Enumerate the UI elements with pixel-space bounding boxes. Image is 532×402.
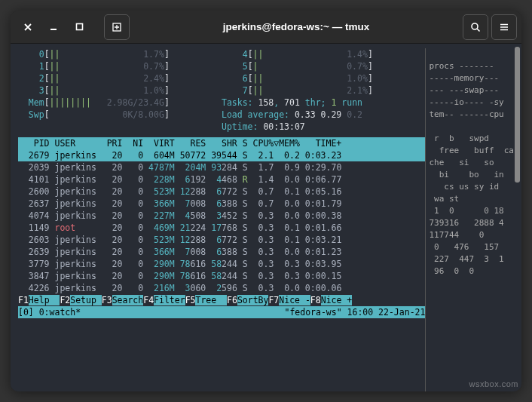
swap-meter: Swp[ 0K/8.00G]	[18, 109, 222, 121]
fkey-label: F2	[60, 295, 70, 305]
fkey-label: F5	[185, 295, 196, 305]
hamburger-icon	[499, 22, 509, 32]
cpu-meter: 5[| 0.7%]	[222, 60, 425, 72]
fkey-action[interactable]: Tree	[195, 295, 227, 305]
window-title: jperkins@fedora-ws:~ — tmux	[130, 21, 463, 32]
tmux-clock: "fedora-ws" 16:00 22-Jan-21	[284, 306, 425, 318]
proc-row[interactable]: 4101 jperkins 20 0 228M 6192 4468 R 1.4 …	[18, 173, 425, 186]
proc-table: 2679 jperkins 20 0 604M 50772 39544 S 2.…	[18, 149, 425, 294]
proc-row[interactable]: 2679 jperkins 20 0 604M 50772 39544 S 2.…	[18, 149, 425, 161]
cpu-meters: 0[|| 1.7%] 1[|| 0.7%] 2[|| 2.4%] 3[|| 1.…	[18, 48, 425, 97]
tmux-status: [0] 0:watch* "fedora-ws" 16:00 22-Jan-21	[18, 306, 425, 318]
maximize-icon	[75, 23, 84, 31]
fkey-label: F8	[310, 295, 321, 305]
window: jperkins@fedora-ws:~ — tmux 0[|| 1.7%] 1…	[11, 11, 521, 391]
mem-meter: Mem[|||||||| 2.98G/23.4G]	[18, 97, 222, 109]
svg-rect-0	[76, 24, 82, 30]
uptime-line: Uptime: 00:13:07	[222, 121, 425, 133]
fkey-label: F7	[268, 295, 279, 305]
fkey-action[interactable]: Filter	[154, 295, 185, 305]
proc-header[interactable]: PID USER PRI NI VIRT RES SHR S CPU%▽MEM%…	[18, 137, 425, 149]
fkey-label: F1	[18, 295, 29, 305]
fkey-label: F6	[227, 295, 237, 305]
cpu-meter: 7[|| 2.1%]	[222, 84, 425, 97]
proc-row[interactable]: 1149 root 20 0 469M 21224 17768 S 0.3 0.…	[18, 222, 425, 234]
loadavg-line: Load average: 0.33 0.29 0.2	[222, 109, 425, 121]
proc-row[interactable]: 3847 jperkins 20 0 290M 78616 58244 S 0.…	[18, 270, 425, 282]
search-button[interactable]	[463, 14, 488, 40]
cpu-meter: 6[|| 1.0%]	[222, 72, 425, 84]
terminal[interactable]: 0[|| 1.7%] 1[|| 0.7%] 2[|| 2.4%] 3[|| 1.…	[11, 44, 521, 391]
close-icon	[23, 23, 32, 32]
fkey-action[interactable]: Setup	[70, 295, 102, 305]
tasks-line: Tasks: 158, 701 thr; 1 runn	[222, 97, 425, 109]
fkey-action[interactable]: Nice -	[279, 295, 310, 305]
minimize-icon	[49, 23, 58, 32]
cpu-meter: 1[|| 0.7%]	[18, 60, 222, 72]
proc-row[interactable]: 4074 jperkins 20 0 227M 4508 3452 S 0.3 …	[18, 210, 425, 222]
menu-button[interactable]	[491, 14, 517, 40]
maximize-button[interactable]	[66, 14, 92, 40]
fkey-action[interactable]: Nice +	[321, 295, 353, 305]
search-icon	[470, 22, 481, 32]
cpu-meter: 4[|| 1.4%]	[222, 48, 425, 60]
proc-row[interactable]: 4226 jperkins 20 0 216M 3060 2596 S 0.3 …	[18, 282, 425, 294]
cpu-meter: 3[|| 1.0%]	[18, 84, 222, 97]
svg-point-2	[472, 23, 478, 29]
scrollbar[interactable]	[515, 47, 520, 183]
new-tab-icon	[112, 22, 122, 32]
fkey-label: F3	[102, 295, 112, 305]
cpu-meter: 2[|| 2.4%]	[18, 72, 222, 84]
fkey-action[interactable]: SortBy	[237, 295, 269, 305]
proc-row[interactable]: 2603 jperkins 20 0 523M 12288 6772 S 0.3…	[18, 234, 425, 246]
new-tab-button[interactable]	[104, 14, 130, 40]
fkey-label: F4	[143, 295, 154, 305]
fkey-bar: F1Help F2Setup F3SearchF4FilterF5Tree F6…	[18, 294, 425, 306]
vmstat-pane: procs ------- -----memory--- --- ---swap…	[425, 48, 514, 391]
proc-row[interactable]: 3779 jperkins 20 0 290M 78616 58244 S 0.…	[18, 258, 425, 270]
fkey-action[interactable]: Help	[29, 295, 60, 305]
fkey-action[interactable]: Search	[112, 295, 144, 305]
proc-row[interactable]: 2637 jperkins 20 0 366M 7008 6388 S 0.7 …	[18, 198, 425, 210]
proc-row[interactable]: 2600 jperkins 20 0 523M 12288 6772 S 0.7…	[18, 186, 425, 198]
cpu-meter: 0[|| 1.7%]	[18, 48, 222, 60]
proc-row[interactable]: 2639 jperkins 20 0 366M 7008 6388 S 0.3 …	[18, 246, 425, 258]
htop-pane: 0[|| 1.7%] 1[|| 0.7%] 2[|| 2.4%] 3[|| 1.…	[18, 48, 425, 391]
close-button[interactable]	[15, 14, 41, 40]
tmux-session: [0] 0:watch*	[18, 306, 81, 318]
proc-row[interactable]: 2039 jperkins 20 0 4787M 204M 93284 S 1.…	[18, 161, 425, 173]
watermark: wsxbox.com	[469, 379, 518, 388]
minimize-button[interactable]	[41, 14, 66, 40]
titlebar: jperkins@fedora-ws:~ — tmux	[11, 11, 521, 44]
